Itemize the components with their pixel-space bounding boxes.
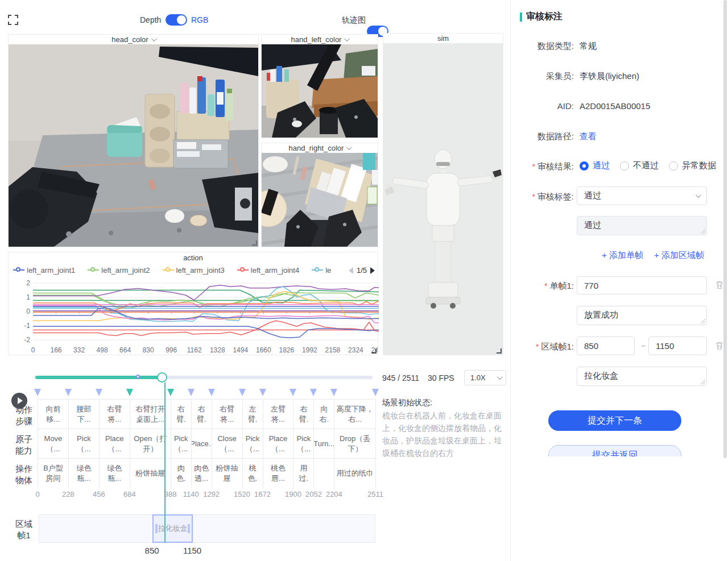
speed-select[interactable]: 1.0X <box>464 370 506 385</box>
legend-item[interactable]: left_arm_joint3 <box>163 266 225 275</box>
legend-item[interactable]: le <box>312 266 331 275</box>
step-cell[interactable]: Pick（... <box>243 429 263 459</box>
x-axis-tick: 1660 <box>256 346 271 354</box>
radio-icon[interactable] <box>669 161 678 171</box>
timeline-marker-icon[interactable] <box>34 389 41 396</box>
legend-item[interactable]: left_arm_joint1 <box>13 266 75 275</box>
step-cell[interactable]: 向右. <box>314 400 334 429</box>
step-cell[interactable]: 右臂. <box>293 400 314 429</box>
step-cell[interactable]: 绿色瓶... <box>100 459 130 488</box>
resize-grip-icon[interactable] <box>371 348 377 354</box>
submit-next-button[interactable]: 提交并下一条 <box>548 410 681 431</box>
region-bar[interactable]: 拉化妆盒 <box>39 514 375 543</box>
step-cell[interactable]: Pick（... <box>293 429 314 459</box>
fullscreen-icon[interactable] <box>8 15 18 25</box>
step-cell[interactable]: 右臂将... <box>100 400 130 429</box>
y-axis-tick: 2 <box>19 279 30 287</box>
timeline-marker-icon[interactable] <box>188 389 195 396</box>
step-cell[interactable]: Pick（... <box>171 429 192 459</box>
add-single-frame-link[interactable]: + 添加单帧 <box>602 250 643 261</box>
playhead-line[interactable] <box>164 383 166 543</box>
step-cell[interactable]: 左臂将... <box>263 400 294 429</box>
step-cell[interactable]: Drop（丢下） <box>334 429 376 459</box>
textarea-resize-icon[interactable] <box>701 319 705 323</box>
single-frame-input[interactable]: 770 <box>577 276 707 294</box>
hand-left-header[interactable]: hand_left_color <box>262 35 378 44</box>
step-cell[interactable]: Close（... <box>212 429 243 459</box>
timeline-marker-icon[interactable] <box>289 389 296 396</box>
step-cell[interactable]: 肉色. <box>171 459 192 488</box>
step-cell[interactable]: Place（... <box>100 429 130 459</box>
region-segment[interactable]: 拉化妆盒 <box>152 514 193 543</box>
timeline-marker-icon[interactable] <box>167 389 174 396</box>
timeline-slider-handle[interactable] <box>157 372 167 383</box>
single-frame-note[interactable]: 放置成功 <box>577 306 707 325</box>
data-path-link[interactable]: 查看 <box>580 131 597 142</box>
chart-plot[interactable] <box>33 279 379 344</box>
step-cell[interactable]: 右臂将... <box>212 400 243 429</box>
radio-selected-icon[interactable] <box>580 161 589 171</box>
textarea-resize-icon[interactable] <box>701 380 705 384</box>
delete-single-frame-icon[interactable] <box>715 280 724 289</box>
step-cell[interactable]: Turn... <box>314 429 334 459</box>
timeline-marker-icon[interactable] <box>126 389 133 396</box>
step-cell[interactable]: Move（... <box>38 429 69 459</box>
step-cell[interactable]: Place（... <box>263 429 294 459</box>
step-cell[interactable]: 腰部下... <box>69 400 100 429</box>
legend-item[interactable]: left_arm_joint4 <box>237 266 299 275</box>
submit-back-button[interactable]: 提交并返回 <box>548 445 681 456</box>
segment-right-handle-icon[interactable] <box>188 524 190 533</box>
step-cell[interactable]: 桃色唇... <box>263 459 294 488</box>
depth-rgb-toggle[interactable] <box>166 14 187 26</box>
step-cell[interactable]: 高度下降，右... <box>334 400 376 429</box>
hand-right-header[interactable]: hand_right_color <box>262 143 378 153</box>
step-cell[interactable]: 绿色瓶... <box>69 459 100 488</box>
review-tag-select[interactable]: 通过 <box>577 186 707 205</box>
legend-prev-icon[interactable] <box>349 267 353 274</box>
textarea-resize-icon[interactable] <box>701 229 705 234</box>
step-cell[interactable]: Pick（... <box>69 429 100 459</box>
region-frame-note[interactable]: 拉化妆盒 <box>577 367 707 386</box>
region-start-input[interactable]: 850 <box>577 336 635 355</box>
add-region-frame-link[interactable]: + 添加区域帧 <box>654 250 704 261</box>
timeline-marker-icon[interactable] <box>208 389 215 396</box>
delete-region-frame-icon[interactable] <box>715 341 724 350</box>
legend-page-text: 1/5 <box>357 266 367 275</box>
radio-icon[interactable] <box>620 161 629 171</box>
legend-next-icon[interactable] <box>370 267 375 274</box>
step-cell[interactable]: 向前移... <box>38 400 69 429</box>
review-result-option[interactable]: 不通过 <box>620 160 659 171</box>
head-color-header[interactable]: head_color <box>9 35 258 44</box>
segment-left-handle-icon[interactable] <box>155 524 158 533</box>
review-tag-note[interactable]: 通过 <box>577 216 707 235</box>
step-cell[interactable]: 右臂. <box>171 400 192 429</box>
step-cell[interactable]: 用过. <box>293 459 314 488</box>
review-result-option[interactable]: 通过 <box>580 160 610 171</box>
region-end-input[interactable]: 1150 <box>648 336 707 355</box>
scrollbar[interactable] <box>723 0 727 458</box>
step-cell[interactable]: 桃色. <box>243 459 263 488</box>
timeline-marker-icon[interactable] <box>65 389 72 396</box>
timeline-marker-icon[interactable] <box>96 389 102 396</box>
step-cell[interactable] <box>314 459 334 488</box>
legend-item[interactable]: left_arm_joint2 <box>88 266 150 275</box>
review-result-option[interactable]: 异常数据 <box>669 160 716 171</box>
step-cell[interactable]: 右臂. <box>192 400 212 429</box>
step-cell[interactable]: 用过的纸巾 <box>334 459 376 488</box>
step-cell[interactable]: 肉色透... <box>192 459 212 488</box>
step-cell[interactable]: B户型房间 <box>38 459 69 488</box>
resize-grip-icon[interactable] <box>252 240 257 246</box>
timeline-marker-icon[interactable] <box>330 389 337 396</box>
timeline-marker-icon[interactable] <box>372 389 379 396</box>
timeline-marker-icon[interactable] <box>239 389 246 396</box>
frame-axis-tick: 1140 <box>183 490 199 498</box>
step-cell[interactable]: 左臂. <box>243 400 263 429</box>
single-frame-dot[interactable] <box>136 375 140 379</box>
resize-grip-icon[interactable] <box>497 348 502 354</box>
step-cell[interactable]: Place.. <box>192 429 212 459</box>
frame-axis-tick: 456 <box>93 490 105 498</box>
timeline-marker-icon[interactable] <box>310 389 317 396</box>
sim-title: sim <box>437 34 449 43</box>
timeline-marker-icon[interactable] <box>259 389 266 396</box>
step-cell[interactable]: 粉饼抽屉 <box>212 459 243 488</box>
